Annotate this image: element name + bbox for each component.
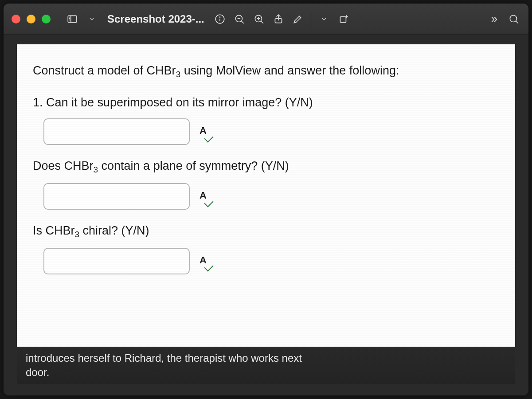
svg-line-12: [261, 21, 263, 23]
caption-overlay: introduces herself to Richard, the thera…: [17, 347, 515, 384]
toolbar: Screenshot 2023-... »: [4, 4, 528, 35]
window-controls: [12, 15, 51, 23]
answer-row-1: A: [33, 118, 499, 145]
answer-input-2[interactable]: [43, 183, 190, 210]
answer-row-2: A: [33, 183, 499, 210]
document-title: Screenshot 2023-...: [107, 13, 204, 25]
text: Construct a model of CHBr: [33, 64, 176, 77]
spellcheck-indicator[interactable]: A: [200, 253, 207, 269]
text: contain a plane of symmetry? (Y/N): [98, 159, 289, 172]
close-window-button[interactable]: [12, 15, 20, 23]
search-icon[interactable]: [507, 12, 520, 26]
subscript: 3: [94, 165, 98, 174]
overflow-icon[interactable]: »: [488, 12, 501, 26]
instruction-text: Construct a model of CHBr3 using MolView…: [33, 62, 499, 81]
spellcheck-indicator[interactable]: A: [200, 188, 207, 204]
svg-line-9: [241, 21, 243, 23]
sidebar-dropdown-icon[interactable]: [85, 12, 98, 26]
markup-dropdown-icon[interactable]: [317, 12, 331, 26]
answer-row-3: A: [33, 248, 499, 274]
subscript: 3: [176, 70, 181, 79]
markup-icon[interactable]: [291, 12, 305, 26]
svg-point-7: [219, 17, 220, 17]
subscript: 3: [75, 230, 80, 239]
svg-rect-16: [340, 16, 346, 22]
zoom-in-icon[interactable]: [252, 12, 266, 26]
svg-line-18: [516, 21, 518, 23]
minimize-window-button[interactable]: [27, 15, 35, 23]
zoom-out-icon[interactable]: [233, 12, 246, 26]
question-3: Is CHBr3 chiral? (Y/N): [33, 222, 499, 241]
text: Does CHBr: [33, 159, 94, 172]
toolbar-divider: [311, 13, 311, 25]
share-icon[interactable]: [272, 12, 285, 26]
spellcheck-indicator[interactable]: A: [200, 124, 207, 140]
info-icon[interactable]: [213, 12, 227, 26]
svg-point-17: [510, 15, 516, 22]
fullscreen-window-button[interactable]: [42, 15, 51, 23]
rotate-icon[interactable]: [337, 12, 350, 26]
sidebar-toggle-icon[interactable]: [66, 12, 79, 26]
question-2: Does CHBr3 contain a plane of symmetry? …: [33, 157, 499, 176]
caption-text: introduces herself to Richard, the thera…: [26, 351, 327, 380]
text: using MolView and answer the following:: [180, 64, 399, 77]
text: Is CHBr: [33, 224, 75, 237]
answer-input-3[interactable]: [43, 248, 190, 274]
document-content: Construct a model of CHBr3 using MolView…: [17, 44, 515, 347]
question-1: 1. Can it be superimposed on its mirror …: [33, 94, 499, 111]
svg-rect-0: [68, 16, 77, 22]
text: chiral? (Y/N): [79, 224, 149, 237]
answer-input-1[interactable]: [43, 118, 190, 145]
